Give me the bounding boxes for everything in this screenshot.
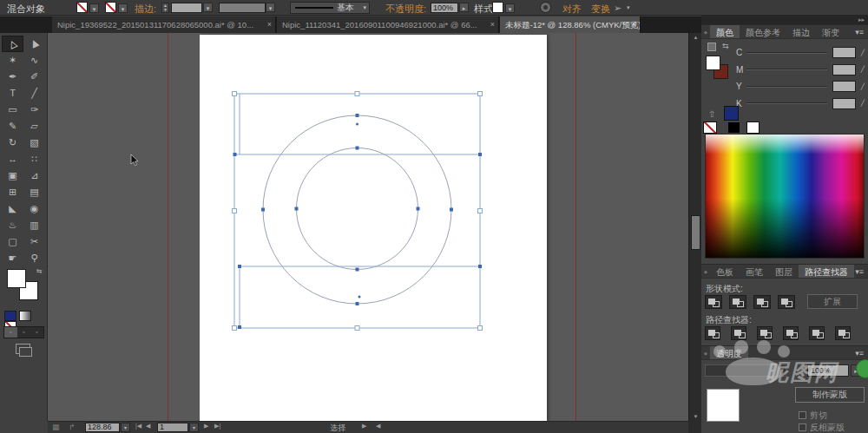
anchor-point[interactable] (295, 207, 299, 211)
pathfinder-tab[interactable]: 图层 (769, 265, 799, 278)
slice-tool[interactable]: ✂ (23, 233, 45, 250)
transparency-opacity-value[interactable]: 100% (807, 364, 849, 377)
pen-tool[interactable]: ✒ (2, 69, 23, 85)
line-segment-tool[interactable]: ╱ (23, 85, 45, 102)
type-tool[interactable]: T (2, 85, 23, 102)
anchor-point[interactable] (238, 325, 241, 329)
perspective-grid-tool[interactable]: ⊿ (23, 167, 45, 184)
anchor-point[interactable] (356, 114, 359, 117)
symbol-sprayer-tool[interactable]: ♨ (2, 217, 23, 233)
opacity-label[interactable]: 不透明度: (385, 3, 426, 16)
stroke-weight-value[interactable] (171, 3, 202, 13)
pathfinder-tab[interactable]: 色板 (710, 265, 740, 278)
divide-button[interactable] (705, 326, 720, 340)
stroke-profile-dropdown-icon[interactable]: ▾ (266, 3, 275, 12)
make-mask-button[interactable]: 制作蒙版 (795, 387, 865, 403)
brush-definition-select[interactable]: 基本 ▾ (290, 2, 370, 14)
hand-tool[interactable]: ☛ (2, 250, 23, 266)
eyedropper-tool[interactable]: ◣ (2, 200, 23, 217)
gradient-tool[interactable]: ▤ (23, 184, 45, 200)
scroll-down-icon[interactable]: ▼ (689, 414, 702, 419)
style-dropdown-icon[interactable]: ▾ (505, 3, 515, 13)
selection-handle[interactable] (233, 92, 237, 96)
selection-handle[interactable] (233, 209, 237, 213)
free-transform-tool[interactable]: ▧ (23, 134, 45, 151)
transform-link[interactable]: 变换 (591, 3, 610, 16)
stroke-profile-select[interactable] (219, 3, 266, 13)
color-tab[interactable]: 颜色参考 (740, 25, 786, 38)
anchor-point[interactable] (356, 268, 359, 272)
brush-dropdown-icon[interactable]: ▾ (363, 4, 369, 11)
pathfinder-tab[interactable]: 路径查找器 (799, 265, 854, 278)
scroll-up-icon[interactable]: ▲ (689, 35, 702, 40)
swap-colors-icon[interactable]: ⇆ (722, 42, 729, 50)
clip-checkbox[interactable]: 剪切 (799, 410, 827, 422)
rectangle-tool[interactable]: ▭ (2, 102, 23, 118)
fill-dropdown-icon[interactable]: ▾ (89, 3, 99, 13)
selection-handle[interactable] (478, 92, 483, 96)
circle-path[interactable] (263, 115, 451, 304)
zoom-tool[interactable]: ⚲ (23, 250, 45, 266)
color-tab[interactable]: 渐变 (816, 25, 845, 38)
zoom-level-value[interactable]: 128.86 (85, 423, 120, 432)
canvas[interactable] (48, 33, 688, 421)
eraser-tool[interactable]: ▱ (23, 118, 45, 134)
direct-selection-tool[interactable]: ▷ (2, 36, 23, 52)
fill-none-square[interactable] (7, 269, 26, 288)
selection-bounding-box[interactable] (234, 94, 480, 328)
anchor-point[interactable] (233, 153, 237, 156)
channel-slider[interactable] (746, 52, 827, 54)
color-button[interactable] (4, 311, 16, 321)
none-color-swatch[interactable] (703, 121, 717, 134)
shift-color-icon[interactable]: ⇧ (708, 109, 715, 119)
vertical-scrollbar[interactable]: ▲ ▼ (688, 33, 701, 421)
white-swatch[interactable] (746, 121, 760, 134)
panel-menu-icon[interactable]: ▾≡ (855, 265, 868, 278)
channel-slider[interactable] (746, 69, 827, 70)
fill-stroke-indicator[interactable]: ⇆ (0, 269, 48, 309)
color-tab[interactable]: 颜色 (710, 25, 740, 38)
channel-slider[interactable] (746, 86, 827, 88)
anchor-point[interactable] (478, 265, 482, 268)
status-export-icon[interactable]: ↱ (69, 423, 76, 431)
vertical-scroll-thumb[interactable] (691, 215, 700, 250)
gradient-button[interactable] (19, 311, 31, 321)
stroke-dropdown-icon[interactable]: ▾ (118, 3, 128, 13)
current-color-swatch[interactable] (724, 106, 739, 121)
color-spectrum[interactable] (705, 134, 865, 259)
artboard-dropdown-icon[interactable]: ▾ (189, 423, 199, 432)
anchor-point[interactable] (478, 153, 482, 156)
draw-normal-mode-icon[interactable]: ▫ (4, 327, 17, 338)
artboard-number-value[interactable]: 1 (157, 423, 188, 432)
stroke-weight-dropdown-icon[interactable]: ▾ (203, 3, 213, 12)
close-tab-icon[interactable]: × (267, 16, 272, 33)
selection-handle[interactable] (233, 326, 237, 331)
align-link[interactable]: 对齐 (562, 3, 582, 16)
black-swatch[interactable] (727, 121, 740, 134)
select-similar-icon[interactable]: ➢ (614, 3, 621, 14)
crop-button[interactable] (783, 326, 799, 340)
panel-collapse-icon[interactable]: ⋄ (701, 25, 710, 38)
collapse-panels-icon[interactable]: ▸▸ (701, 16, 868, 24)
channel-value-field[interactable] (832, 81, 856, 92)
draw-inside-mode-icon[interactable]: ▫ (30, 327, 43, 338)
unite-button[interactable] (705, 295, 722, 309)
shape-builder-tool[interactable]: ▣ (2, 167, 23, 184)
status-grid-icon[interactable]: ▦ (52, 423, 60, 431)
recolor-artwork-icon[interactable] (540, 2, 551, 13)
circle-path[interactable] (297, 148, 418, 270)
first-artboard-icon[interactable]: |◀ (135, 423, 141, 430)
width-tool[interactable]: ↔ (2, 151, 23, 167)
anchor-point[interactable] (450, 208, 453, 212)
selection-handle[interactable] (478, 209, 483, 213)
channel-value-field[interactable] (832, 64, 856, 75)
channel-slider[interactable] (746, 102, 827, 104)
curvature-tool[interactable]: ✐ (23, 69, 45, 85)
select-similar-dropdown-icon[interactable]: ▾ (627, 4, 630, 11)
rotate-tool[interactable]: ↻ (2, 134, 23, 151)
anchor-point[interactable] (417, 207, 420, 211)
swap-fill-stroke-icon[interactable]: ⇆ (36, 267, 43, 275)
prev-artboard-icon[interactable]: ◀ (146, 423, 150, 430)
anchor-point[interactable] (356, 147, 359, 150)
pathfinder-tab[interactable]: 画笔 (740, 265, 769, 278)
